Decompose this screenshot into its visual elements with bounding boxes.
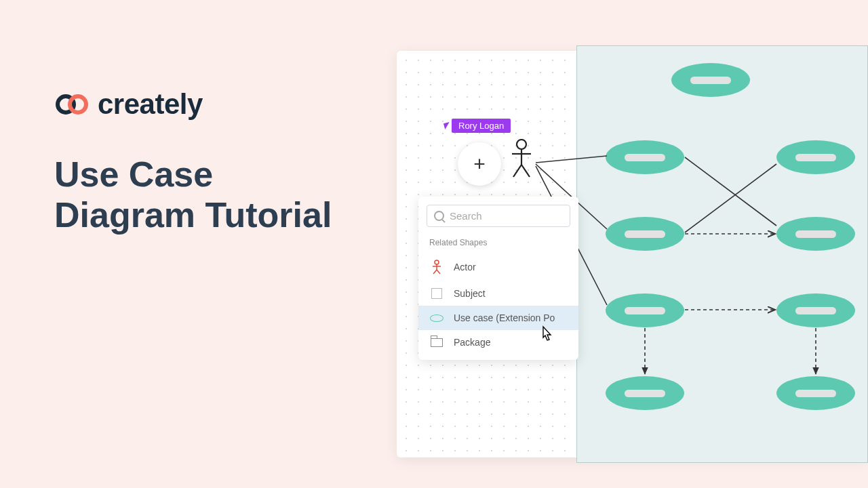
collaborator-name: Rory Logan <box>452 119 511 133</box>
shape-search-panel: Search Related Shapes Actor Subject Use … <box>418 197 578 360</box>
shape-item-label: Package <box>454 337 490 348</box>
use-case-node[interactable] <box>776 217 855 251</box>
shape-item-label: Use case (Extension Po <box>454 312 555 323</box>
use-case-node[interactable] <box>606 293 684 327</box>
use-case-node[interactable] <box>606 140 684 174</box>
collaborator-cursor: Rory Logan <box>444 119 511 133</box>
pointer-cursor-icon <box>539 325 554 346</box>
use-case-icon <box>429 314 444 322</box>
use-case-node[interactable] <box>606 376 684 410</box>
add-shape-button[interactable]: + <box>458 142 501 186</box>
actor-shape[interactable] <box>511 139 532 181</box>
svg-line-15 <box>521 165 530 177</box>
plus-icon: + <box>473 152 486 176</box>
use-case-node[interactable] <box>776 293 855 327</box>
svg-line-20 <box>437 270 440 274</box>
shape-item-label: Subject <box>454 288 486 299</box>
use-case-node[interactable] <box>671 63 750 97</box>
actor-icon <box>429 260 444 274</box>
diagram-canvas[interactable]: Rory Logan + Search Related Shapes <box>397 51 868 458</box>
panel-heading: Related Shapes <box>418 234 578 253</box>
use-case-node[interactable] <box>606 217 684 251</box>
svg-point-16 <box>435 260 439 264</box>
shape-item-package[interactable]: Package <box>418 330 578 354</box>
left-panel: creately Use Case Diagram Tutorial <box>54 88 332 236</box>
search-input[interactable]: Search <box>427 205 570 227</box>
brand-logo: creately <box>54 88 332 121</box>
shape-item-subject[interactable]: Subject <box>418 281 578 306</box>
shape-item-use-case[interactable]: Use case (Extension Po <box>418 306 578 330</box>
svg-line-19 <box>433 270 437 274</box>
creately-logo-icon <box>54 93 91 116</box>
title-line-2: Diagram Tutorial <box>54 195 332 235</box>
shape-item-actor[interactable]: Actor <box>418 253 578 281</box>
search-placeholder: Search <box>450 210 482 222</box>
shape-item-label: Actor <box>454 262 476 272</box>
use-case-node[interactable] <box>776 140 855 174</box>
cursor-arrow-icon <box>443 122 451 129</box>
use-case-node[interactable] <box>776 376 855 410</box>
subject-icon <box>429 288 444 299</box>
page-title: Use Case Diagram Tutorial <box>54 155 332 236</box>
brand-name: creately <box>98 88 203 121</box>
svg-point-11 <box>517 140 526 149</box>
search-icon <box>434 211 444 221</box>
package-icon <box>429 338 444 347</box>
title-line-1: Use Case <box>54 155 213 194</box>
svg-line-14 <box>513 165 521 177</box>
